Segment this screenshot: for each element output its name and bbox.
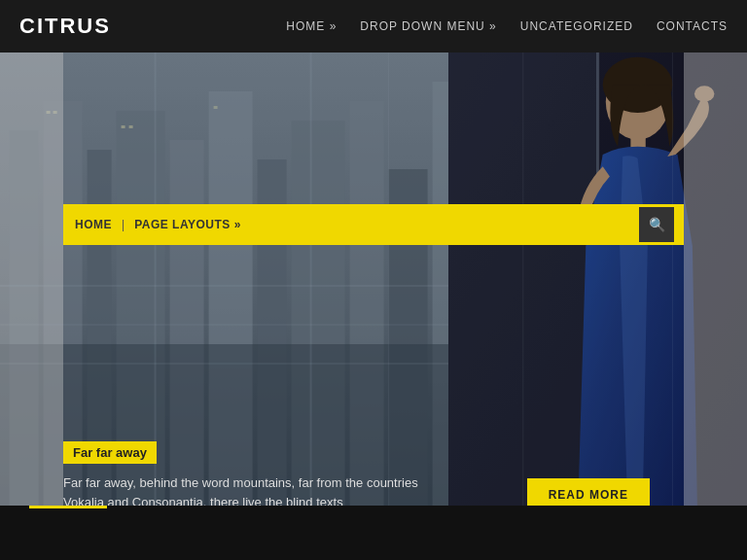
- breadcrumb-separator: |: [122, 218, 124, 231]
- breadcrumb-page-layouts[interactable]: PAGE LAYOUTS »: [134, 218, 241, 231]
- page-wrapper: CITRUS HOME » DROP DOWN MENU » UNCATEGOR…: [0, 0, 747, 560]
- search-icon: 🔍: [649, 217, 665, 232]
- breadcrumb-home[interactable]: HOME: [75, 218, 112, 231]
- site-header: CITRUS HOME » DROP DOWN MENU » UNCATEGOR…: [0, 0, 747, 52]
- nav-item-home[interactable]: HOME »: [286, 19, 337, 33]
- footer-accent-line: [29, 506, 107, 508]
- hero-tag: Far far away: [63, 441, 157, 464]
- breadcrumb-search-bar: HOME | PAGE LAYOUTS » 🔍: [63, 204, 684, 245]
- nav-item-contacts[interactable]: CONTACTS: [657, 19, 728, 33]
- side-margin-left: [0, 52, 63, 506]
- site-logo[interactable]: CITRUS: [19, 14, 111, 39]
- side-margin-right: [684, 52, 747, 506]
- hero-overlay: [0, 52, 747, 506]
- nav-item-uncategorized[interactable]: UNCATEGORIZED: [520, 19, 633, 33]
- nav-item-dropdown[interactable]: DROP DOWN MENU »: [360, 19, 496, 33]
- search-button[interactable]: 🔍: [639, 207, 674, 242]
- main-nav: HOME » DROP DOWN MENU » UNCATEGORIZED CO…: [286, 19, 728, 33]
- hero-section: [0, 52, 747, 506]
- search-input[interactable]: [241, 204, 639, 245]
- footer-bar: [0, 506, 747, 560]
- hero-content: Far far away Far far away, behind the wo…: [63, 441, 550, 511]
